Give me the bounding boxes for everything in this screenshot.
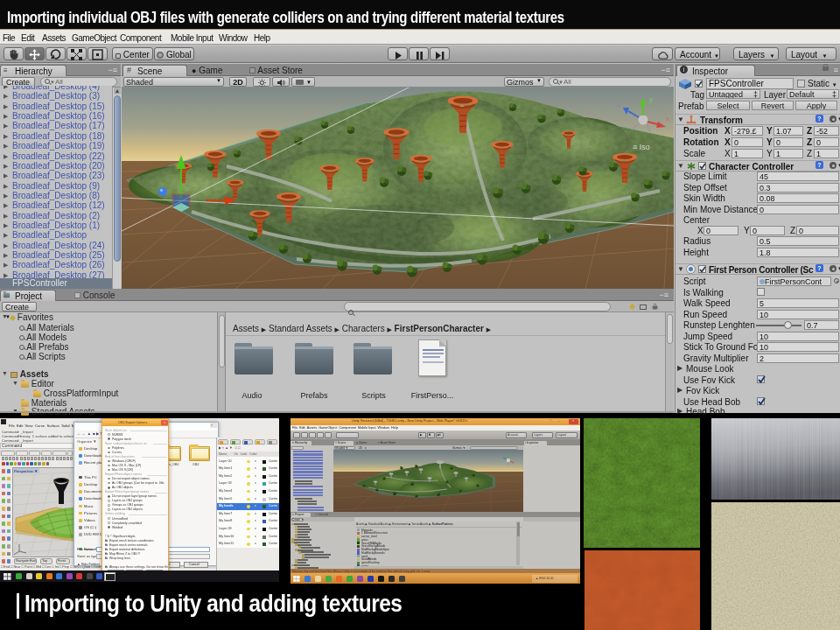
svg-text:x: x	[666, 115, 669, 122]
svg-text:z: z	[617, 101, 620, 108]
svg-text:y: y	[649, 95, 653, 103]
svg-text:≡ Iso: ≡ Iso	[633, 143, 650, 151]
